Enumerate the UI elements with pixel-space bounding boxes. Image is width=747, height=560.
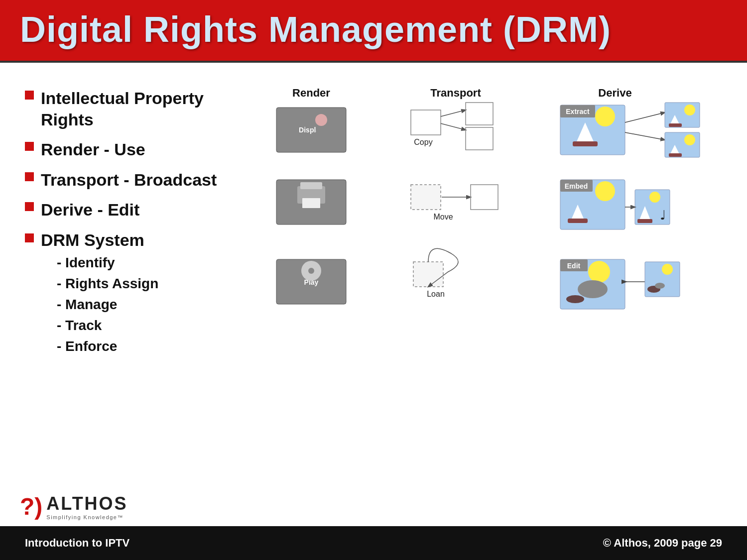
person-head <box>315 114 327 126</box>
sailboat-2-hull <box>568 219 588 223</box>
sub-item-track: - Track <box>57 315 158 336</box>
disc-center <box>308 268 314 274</box>
bullet-square-5 <box>25 233 34 242</box>
person-body <box>316 126 326 139</box>
bullet-text-4: Derive - Edit <box>41 199 139 221</box>
bullet-list: Intellectual Property Rights Render - Us… <box>25 78 244 366</box>
edit-label: Edit <box>567 262 581 270</box>
logo-area: ?) ALTHOS Simplifying Knowledge™ <box>20 493 128 520</box>
slide-content: Intellectual Property Rights Render - Us… <box>0 63 747 376</box>
bullet-text-1: Intellectual Property Rights <box>41 88 244 130</box>
printer-output <box>302 198 320 208</box>
col-derive-header: Derive <box>598 87 631 99</box>
embed-sun <box>595 181 615 201</box>
extract-arrow <box>625 112 665 122</box>
sub-item-manage: - Manage <box>57 294 158 315</box>
bullet-text-2: Render - Use <box>41 139 145 160</box>
sailboat-1-hull <box>573 141 598 146</box>
col-transport-header: Transport <box>430 87 481 99</box>
extract-sun <box>595 107 615 126</box>
footer: Introduction to IPTV © Althos, 2009 page… <box>0 526 747 560</box>
copy-arrow-1 <box>441 110 466 116</box>
logo-tagline: Simplifying Knowledge™ <box>46 514 127 520</box>
slide-header: Digital Rights Management (DRM) <box>0 0 747 63</box>
sub-item-rights-assign: - Rights Assign <box>57 273 158 294</box>
extract-out-hull-1 <box>669 123 682 127</box>
col-render-header: Render <box>292 87 330 99</box>
sub-item-identify: - Identify <box>57 252 158 273</box>
slide-title: Digital Rights Management (DRM) <box>20 9 727 50</box>
bullet-item-3: Transport - Broadcast <box>25 169 244 191</box>
diagram-area: Render Transport Derive Display Copy <box>254 78 727 366</box>
sub-item-enforce: - Enforce <box>57 336 158 357</box>
copy-dest-2 <box>466 127 493 150</box>
bullet-text-3: Transport - Broadcast <box>41 169 217 191</box>
move-dest <box>471 185 498 210</box>
sub-list-5: - Identify - Rights Assign - Manage - Tr… <box>57 252 158 357</box>
embed-label: Embed <box>565 182 588 190</box>
edit-out-rock <box>655 283 665 289</box>
bullet-item-5: DRM System - Identify - Rights Assign - … <box>25 229 244 357</box>
loan-source <box>413 262 443 287</box>
embed-out-hull <box>637 219 652 223</box>
edit-sun <box>588 261 610 283</box>
copy-arrow-2 <box>441 123 466 130</box>
bullet-item-2: Render - Use <box>25 139 244 160</box>
edit-rock <box>578 280 608 298</box>
footer-right: © Althos, 2009 page 29 <box>603 537 722 550</box>
bullet-square-1 <box>25 91 34 100</box>
printer-tray <box>300 182 322 189</box>
embed-out-sun <box>649 192 660 203</box>
bullet-text-5: DRM System <box>41 229 158 251</box>
copy-dest-1 <box>466 103 493 125</box>
bullet-square-4 <box>25 202 34 211</box>
extract-out-sun-1 <box>684 105 695 115</box>
move-source <box>411 185 441 210</box>
copy-source <box>411 110 441 135</box>
music-note: ♩ <box>660 208 666 223</box>
bullet-item-4: Derive - Edit <box>25 199 244 221</box>
extract-arrow-2 <box>625 132 665 140</box>
logo-text-block: ALTHOS Simplifying Knowledge™ <box>46 493 127 520</box>
edit-boat <box>566 295 584 303</box>
logo-name: ALTHOS <box>46 493 127 514</box>
diagram-svg: Render Transport Derive Display Copy <box>254 83 727 361</box>
footer-left: Introduction to IPTV <box>25 537 129 550</box>
logo-symbol: ?) <box>20 495 42 519</box>
loan-label: Loan <box>427 290 445 298</box>
extract-label: Extract <box>566 108 590 115</box>
bullet-group-5: DRM System - Identify - Rights Assign - … <box>41 229 158 357</box>
move-label: Move <box>433 213 453 221</box>
copy-label: Copy <box>414 138 432 146</box>
bullet-square-3 <box>25 172 34 181</box>
edit-out-sun <box>662 264 673 275</box>
extract-out-hull-2 <box>669 153 682 157</box>
bullet-square-2 <box>25 142 34 151</box>
bullet-item-1: Intellectual Property Rights <box>25 88 244 130</box>
extract-out-sun-2 <box>684 134 695 145</box>
